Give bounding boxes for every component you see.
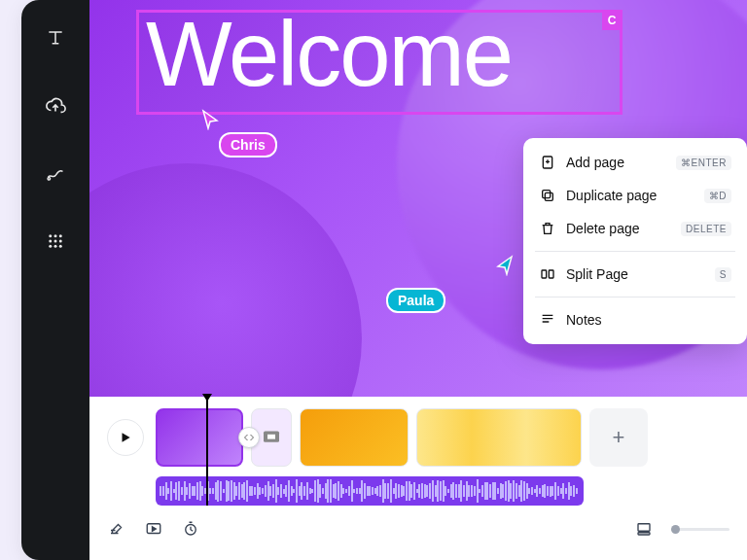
view-layout-button[interactable] — [634, 519, 654, 539]
audio-track[interactable] — [156, 476, 584, 506]
svg-point-7 — [49, 245, 52, 248]
svg-rect-12 — [543, 191, 551, 198]
svg-point-2 — [54, 234, 57, 237]
menu-shortcut: DELETE — [681, 222, 731, 236]
menu-label: Notes — [566, 312, 602, 328]
main-area: C Welcome Chris Paula Add page ⌘ENTER — [89, 0, 747, 560]
trash-icon — [539, 220, 556, 237]
context-menu: Add page ⌘ENTER Duplicate page ⌘D Delete… — [523, 138, 747, 344]
upload-tool-button[interactable] — [38, 88, 73, 122]
menu-shortcut: ⌘D — [704, 189, 731, 203]
clip-4[interactable] — [416, 408, 582, 467]
collaborator-cursor-paula: Paula — [435, 255, 515, 313]
apps-grid-icon — [47, 232, 64, 250]
svg-rect-20 — [638, 533, 650, 535]
svg-point-1 — [49, 234, 52, 237]
add-clip-button[interactable]: + — [589, 408, 648, 467]
transition-badge[interactable] — [238, 427, 260, 448]
timeline-bottom-bar — [107, 515, 729, 539]
svg-rect-16 — [267, 435, 275, 439]
transition-icon — [243, 432, 255, 443]
draw-tool-button[interactable] — [38, 156, 73, 191]
collaborator-label: Paula — [386, 288, 445, 313]
collaborator-cursor-chris: Chris — [201, 109, 277, 158]
apps-tool-button[interactable] — [38, 224, 73, 259]
menu-label: Split Page — [566, 266, 628, 282]
clip-1[interactable] — [156, 408, 243, 467]
playhead[interactable] — [206, 399, 208, 506]
timeline-panel: + — [89, 397, 747, 560]
svg-point-5 — [54, 240, 57, 243]
menu-add-page[interactable]: Add page ⌘ENTER — [531, 146, 739, 179]
play-button[interactable] — [107, 419, 144, 456]
zoom-slider[interactable] — [671, 528, 729, 531]
menu-divider — [535, 251, 735, 252]
menu-duplicate-page[interactable]: Duplicate page ⌘D — [531, 179, 739, 212]
menu-label: Delete page — [566, 221, 640, 236]
svg-rect-19 — [638, 524, 650, 532]
heading-text[interactable]: Welcome — [146, 0, 512, 110]
edit-notes-button[interactable] — [107, 519, 126, 539]
menu-shortcut: S — [715, 267, 731, 282]
clips-container: + — [156, 408, 648, 467]
svg-point-6 — [59, 240, 62, 243]
clip-3[interactable] — [300, 408, 409, 467]
menu-split-page[interactable]: Split Page S — [531, 258, 739, 291]
svg-point-4 — [49, 240, 52, 243]
menu-delete-page[interactable]: Delete page DELETE — [531, 212, 739, 245]
duplicate-icon — [539, 187, 556, 204]
svg-rect-13 — [542, 270, 547, 278]
menu-notes[interactable]: Notes — [531, 303, 739, 336]
draw-icon — [46, 163, 65, 183]
cursor-icon — [201, 109, 221, 130]
duration-button[interactable] — [181, 519, 200, 539]
svg-point-3 — [59, 234, 62, 237]
add-page-icon — [539, 154, 556, 171]
collaborator-label: Chris — [219, 132, 277, 158]
canvas[interactable]: C Welcome Chris Paula Add page ⌘ENTER — [89, 0, 747, 397]
split-icon — [539, 265, 556, 283]
svg-rect-11 — [545, 192, 552, 200]
menu-label: Duplicate page — [566, 188, 657, 203]
svg-rect-14 — [549, 270, 553, 278]
text-icon — [46, 27, 65, 47]
svg-point-8 — [54, 245, 57, 248]
waveform — [156, 476, 584, 506]
svg-point-0 — [48, 178, 51, 181]
cloud-upload-icon — [45, 94, 66, 116]
menu-shortcut: ⌘ENTER — [676, 156, 731, 170]
menu-divider — [535, 297, 735, 298]
clip-row: + — [107, 408, 729, 467]
app-window: C Welcome Chris Paula Add page ⌘ENTER — [21, 0, 747, 560]
svg-point-9 — [59, 245, 62, 248]
notes-icon — [539, 311, 556, 329]
selection-owner-badge: C — [602, 11, 622, 30]
play-icon — [119, 431, 132, 444]
cursor-icon — [493, 255, 515, 276]
present-button[interactable] — [144, 519, 163, 539]
side-toolbar — [21, 0, 89, 560]
menu-label: Add page — [566, 155, 624, 170]
text-tool-button[interactable] — [38, 19, 73, 54]
media-icon — [262, 430, 281, 445]
